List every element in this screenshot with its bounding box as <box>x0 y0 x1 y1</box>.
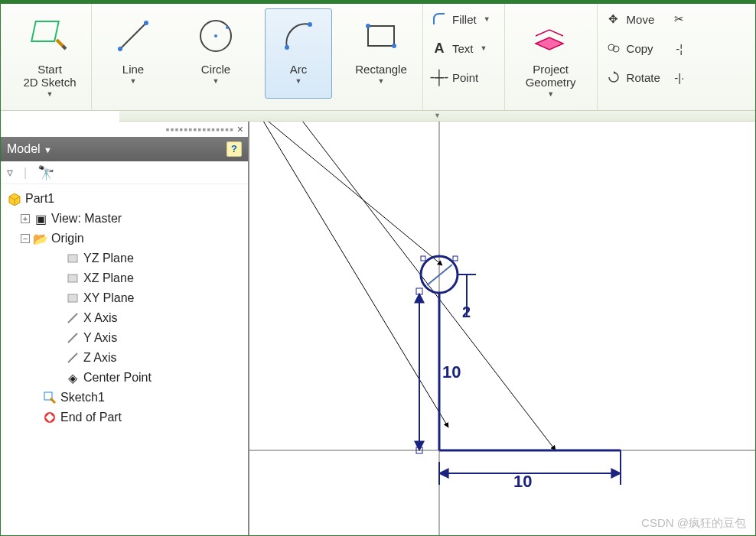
point-button[interactable]: -┼- Point <box>428 65 494 89</box>
folder-icon: 📂 <box>33 231 48 246</box>
tree-centerpoint-node[interactable]: ◈Center Point <box>7 368 245 388</box>
svg-line-25 <box>249 122 442 265</box>
arc-button[interactable]: Arc ▼ <box>265 8 332 99</box>
extend-icon: -¦ <box>671 40 688 57</box>
rotate-label: Rotate <box>627 71 660 84</box>
tree-axis-node[interactable]: X Axis <box>7 308 245 328</box>
svg-rect-15 <box>68 274 77 282</box>
chevron-down-icon: ▼ <box>213 77 220 85</box>
svg-point-2 <box>118 47 122 51</box>
tree-view-label: View: Master <box>51 212 122 226</box>
circle-icon <box>194 14 238 58</box>
tree-sketch-node[interactable]: Sketch1 <box>7 388 245 408</box>
split-button[interactable]: -|· <box>668 65 691 89</box>
svg-line-27 <box>249 122 556 450</box>
svg-point-6 <box>226 26 229 29</box>
plane-icon <box>65 271 80 286</box>
tree-axis-label: Y Axis <box>83 331 117 345</box>
sketch-canvas[interactable]: 2 10 10 <box>249 122 755 536</box>
chevron-down-icon: ▼ <box>378 77 385 85</box>
tree-plane-node[interactable]: XZ Plane <box>7 268 245 288</box>
svg-point-3 <box>144 21 148 25</box>
rectangle-icon <box>359 14 403 58</box>
plane-icon <box>65 251 80 266</box>
tree-axis-label: X Axis <box>83 311 117 325</box>
tree-origin-node[interactable]: − 📂 Origin <box>7 229 245 249</box>
copy-icon <box>605 40 622 57</box>
tree-axis-node[interactable]: Y Axis <box>7 328 245 348</box>
chevron-down-icon: ▼ <box>130 77 137 85</box>
rectangle-button[interactable]: Rectangle ▼ <box>347 8 415 99</box>
close-icon[interactable]: × <box>237 123 243 135</box>
svg-point-10 <box>366 24 370 28</box>
part-icon <box>7 191 22 206</box>
fillet-icon <box>431 11 448 28</box>
svg-line-1 <box>120 23 146 49</box>
model-browser-panel: ▪▪▪▪▪▪▪▪▪▪▪▪▪▪▪ × Model ▼ ? ▿ | 🔭 Part1 … <box>1 122 249 536</box>
fillet-button[interactable]: Fillet ▼ <box>428 7 494 31</box>
tree-root-part[interactable]: Part1 <box>7 189 245 209</box>
watermark: CSDN @疯狂的豆包 <box>641 516 746 531</box>
tree-plane-label: XZ Plane <box>83 271 134 285</box>
dim-2: 2 <box>462 304 471 320</box>
tree-endofpart-node[interactable]: End of Part <box>7 408 245 427</box>
tree-plane-label: YZ Plane <box>83 252 134 265</box>
text-label: Text <box>452 42 474 55</box>
model-panel-title: Model <box>7 142 41 155</box>
svg-line-19 <box>68 353 77 362</box>
help-icon[interactable]: ? <box>226 141 242 157</box>
binoculars-icon[interactable]: 🔭 <box>37 164 54 181</box>
chevron-down-icon: ▼ <box>481 44 487 52</box>
svg-rect-14 <box>68 255 77 262</box>
ribbon-toolbar: Start 2D Sketch ▼ Line ▼ Circle ▼ <box>1 4 755 111</box>
line-button[interactable]: Line ▼ <box>99 8 167 99</box>
copy-button[interactable]: Copy <box>602 36 663 60</box>
expand-icon[interactable]: + <box>21 214 30 223</box>
tree-plane-label: XY Plane <box>83 291 134 305</box>
centerpoint-icon: ◈ <box>65 370 80 385</box>
line-label: Line <box>122 63 144 76</box>
trim-button[interactable]: ✂ <box>668 7 691 31</box>
chevron-down-icon: ▼ <box>295 77 302 85</box>
rectangle-label: Rectangle <box>355 63 407 76</box>
scissors-icon: ✂ <box>671 11 688 28</box>
svg-rect-9 <box>368 26 394 46</box>
arc-label: Arc <box>290 63 308 76</box>
end-icon <box>42 410 57 425</box>
filter-icon[interactable]: ▿ <box>7 165 13 180</box>
extend-button[interactable]: -¦ <box>668 36 691 60</box>
sketch-node-icon <box>42 390 57 405</box>
tree-sketch-label: Sketch1 <box>60 391 105 404</box>
svg-rect-0 <box>31 21 59 41</box>
move-button[interactable]: ✥ Move <box>602 7 663 31</box>
start-2d-sketch-button[interactable]: Start 2D Sketch ▼ <box>16 8 83 99</box>
model-tree: Part1 + ▣ View: Master − 📂 Origin YZ Pla… <box>1 184 248 432</box>
collapse-icon[interactable]: − <box>21 234 30 243</box>
plane-icon <box>65 291 80 306</box>
text-button[interactable]: A Text ▼ <box>428 36 494 60</box>
tree-view-node[interactable]: + ▣ View: Master <box>7 209 245 229</box>
chevron-down-icon: ▼ <box>547 90 554 98</box>
tree-axis-node[interactable]: Z Axis <box>7 348 245 368</box>
circle-button[interactable]: Circle ▼ <box>182 8 249 99</box>
tree-centerpoint-label: Center Point <box>83 371 152 385</box>
point-label: Point <box>452 71 478 84</box>
chevron-down-icon: ▼ <box>484 15 490 23</box>
axis-icon <box>65 350 80 365</box>
copy-label: Copy <box>627 42 653 55</box>
tree-plane-node[interactable]: YZ Plane <box>7 249 245 268</box>
svg-rect-37 <box>416 288 422 294</box>
axis-icon <box>65 330 80 346</box>
panel-expand-handle[interactable]: ▼ <box>119 111 755 122</box>
axis-icon <box>65 310 80 326</box>
move-label: Move <box>627 13 655 26</box>
tree-plane-node[interactable]: XY Plane <box>7 288 245 308</box>
dim-10h: 10 <box>513 472 532 491</box>
rotate-button[interactable]: Rotate <box>602 65 663 89</box>
model-panel-header[interactable]: Model ▼ ? <box>1 137 248 161</box>
tree-axis-label: Z Axis <box>83 351 117 365</box>
move-icon: ✥ <box>605 11 622 28</box>
rotate-icon <box>605 69 622 86</box>
point-icon: -┼- <box>431 69 448 86</box>
project-geometry-button[interactable]: Project Geometry ▼ <box>513 8 589 99</box>
